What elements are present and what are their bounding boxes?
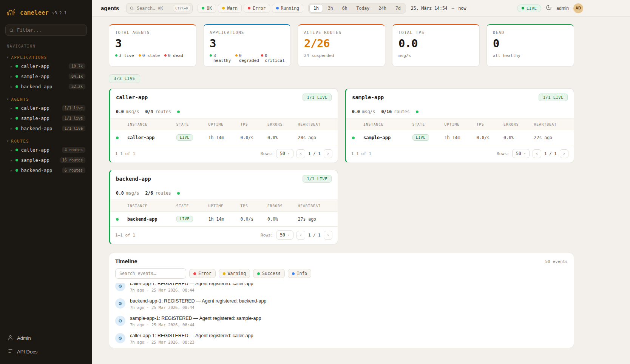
table-row[interactable]: sample-app LIVE 1h 14m 0.0/s 0.0% 22s ag… [346, 130, 574, 145]
sidebar-item-api-docs[interactable]: API Docs [5, 345, 88, 358]
sidebar-item-label: backend-app [21, 167, 52, 173]
datetime-range: 25. März 14:54 — now [411, 6, 466, 11]
chevron-right-icon: ▸ [11, 127, 12, 131]
chevron-right-icon: › [564, 151, 565, 156]
prev-page-button[interactable]: ‹ [296, 231, 305, 240]
sidebar-item-agent-sample[interactable]: ▸ sample-app 1/1 live [5, 113, 88, 123]
filter-chip-running[interactable]: Running [272, 4, 303, 13]
timeline-filter-info[interactable]: Info [288, 269, 312, 278]
rows-per-page-select[interactable]: 50▾ [276, 149, 293, 158]
brand-logo[interactable]: cameleer v3.2.1 [5, 5, 88, 25]
time-range-6h[interactable]: 6h [338, 4, 352, 12]
avatar[interactable]: AD [573, 3, 583, 13]
table-row[interactable]: caller-app LIVE 1h 14m 0.0/s 0.0% 20s ag… [110, 130, 338, 145]
heartbeat-cell: 27s ago [298, 217, 332, 222]
section-header-applications[interactable]: ▾ APPLICATIONS [5, 54, 88, 61]
chevron-left-icon: ‹ [536, 151, 537, 156]
filter-chip-ok[interactable]: OK [198, 4, 216, 13]
timeline-search-input[interactable] [115, 268, 186, 279]
rate-value: 0.0 [116, 109, 124, 114]
stat-label: ACTIVE ROUTES [304, 30, 379, 35]
chip-label: Error [253, 6, 266, 11]
chevron-right-icon: ▸ [11, 85, 12, 89]
chevron-down-icon: ▾ [288, 233, 290, 237]
stat-label: TOTAL TPS [398, 30, 473, 35]
sidebar-filter-input[interactable] [5, 25, 87, 36]
sidebar-item-label: sample-app [21, 74, 49, 79]
sidebar-item-agent-caller[interactable]: ▸ caller-app 1/1 live [5, 103, 88, 113]
routes-value: 2/6 [145, 190, 153, 196]
time-range-3h[interactable]: 3h [324, 4, 337, 12]
status-dot [15, 85, 18, 88]
stat-label: DEAD [493, 30, 568, 35]
status-dot [261, 54, 263, 57]
routes-unit: routes [394, 109, 410, 114]
sidebar-item-app-sample[interactable]: ▸ sample-app 84.1k [5, 71, 88, 81]
timeline-event: ⚙ sample-app-1: REGISTERED — Agent regis… [115, 313, 568, 330]
chevron-down-icon: ▾ [7, 139, 9, 143]
chevron-right-icon: ▸ [11, 106, 12, 110]
datetime-end: now [459, 6, 466, 11]
filter-chip-error[interactable]: Error [244, 4, 270, 13]
sidebar-item-routes-sample[interactable]: ▸ sample-app 16 routes [5, 155, 88, 165]
next-page-button[interactable]: › [324, 231, 332, 240]
timeline-filter-warning[interactable]: Warning [219, 269, 250, 278]
status-dot [223, 272, 225, 275]
time-range-7d[interactable]: 7d [391, 4, 405, 12]
stat-sub: msg/s [398, 53, 473, 58]
column-header: ERRORS [267, 204, 298, 208]
timeline-event: ⚙ backend-app-1: REGISTERED — Agent regi… [115, 295, 568, 313]
app-card-title: sample-app [352, 94, 384, 100]
state-badge: LIVE [412, 134, 429, 141]
next-page-button[interactable]: › [560, 149, 568, 158]
prev-page-button[interactable]: ‹ [533, 149, 541, 158]
filter-chip-warn[interactable]: Warn [218, 4, 242, 13]
user-name: admin [556, 6, 569, 11]
stat-card-active-routes: ACTIVE ROUTES 2/26 24 suspended [298, 24, 385, 67]
sidebar-item-routes-caller[interactable]: ▸ caller-app 4 routes [5, 145, 88, 155]
sidebar-item-label: sample-app [21, 157, 49, 163]
timeline-title: Timeline [115, 258, 137, 264]
status-dot [352, 137, 355, 139]
time-range-today[interactable]: Today [352, 4, 374, 12]
timeline-filter-error[interactable]: Error [189, 269, 216, 278]
sidebar-item-routes-backend[interactable]: ▸ backend-app 6 routes [5, 165, 88, 175]
app-card-sample: sample-app 1/1 LIVE 0.0 msg/s 0/16 route… [345, 88, 574, 163]
sidebar-item-app-backend[interactable]: ▸ backend-app 32.2k [5, 81, 88, 92]
column-header: TPS [477, 122, 504, 126]
section-header-routes[interactable]: ▾ ROUTES [5, 137, 88, 145]
time-range-1h[interactable]: 1h [309, 4, 323, 12]
status-dot [222, 7, 225, 9]
table-row[interactable]: backend-app LIVE 1h 14m 0.0/s 0.0% 27s a… [110, 211, 338, 226]
chevron-right-icon: › [327, 232, 329, 238]
chevron-right-icon: ▸ [11, 148, 12, 152]
app-cards: caller-app 1/1 LIVE 0.0 msg/s 0/4 routes… [109, 88, 574, 244]
routes-unit: routes [155, 190, 171, 196]
sidebar-item-app-caller[interactable]: ▸ caller-app 10.7k [5, 61, 88, 71]
time-range-24h[interactable]: 24h [374, 4, 391, 12]
dark-mode-toggle[interactable] [546, 5, 552, 12]
next-page-button[interactable]: › [324, 149, 332, 158]
timeline-event-list[interactable]: ⚙ caller-app-1: REGISTERED — Agent regis… [109, 283, 574, 348]
stat-label: TOTAL AGENTS [115, 30, 190, 35]
sidebar-item-label: backend-app [21, 84, 52, 89]
live-summary-badge: 3/3 LIVE [109, 74, 140, 83]
live-status-toggle[interactable]: LIVE [517, 5, 541, 12]
sidebar-item-admin[interactable]: Admin [5, 332, 88, 344]
rows-per-page-select[interactable]: 50▾ [276, 230, 293, 240]
rows-per-page-select[interactable]: 50▾ [512, 149, 530, 158]
activity-dot [177, 192, 180, 195]
status-dot [257, 272, 260, 275]
status-dot [276, 7, 279, 9]
activity-dot [416, 111, 418, 113]
tps-cell: 0.0/s [477, 135, 504, 140]
prev-page-button[interactable]: ‹ [296, 149, 305, 158]
timeline-filter-success[interactable]: Success [253, 269, 284, 278]
timeline-event: ⚙ caller-app-1: REGISTERED — Agent regis… [115, 330, 568, 347]
event-title: caller-app-1: REGISTERED — Agent registe… [130, 333, 253, 338]
count-badge: 32.2k [69, 84, 85, 89]
section-header-agents[interactable]: ▾ AGENTS [5, 95, 88, 103]
section-title: APPLICATIONS [11, 55, 47, 60]
event-gear-icon: ⚙ [115, 283, 125, 291]
sidebar-item-agent-backend[interactable]: ▸ backend-app 1/1 live [5, 123, 88, 134]
